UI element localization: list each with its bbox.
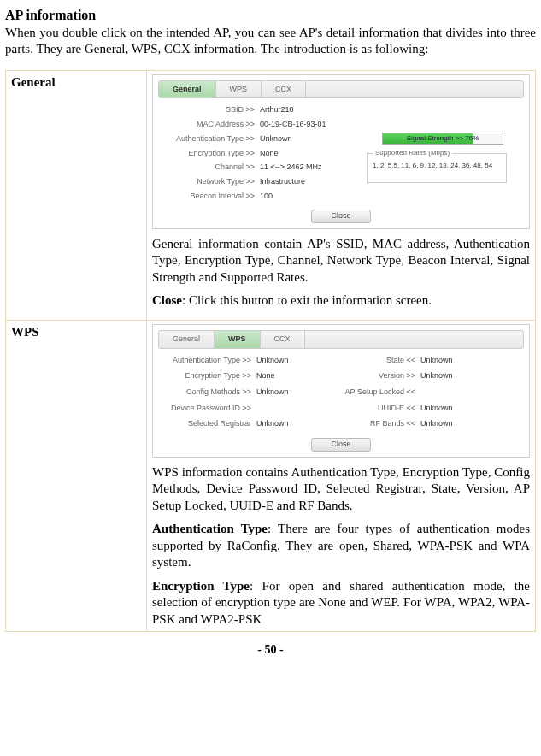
close-label-bold: Close <box>152 293 182 307</box>
field-value: 100 <box>260 192 371 202</box>
field-value: Unknown <box>420 356 472 366</box>
close-bar: Close <box>158 438 524 452</box>
rates-value: 1, 2, 5.5, 11, 6, 9, 12, 18, 24, 36, 48,… <box>373 162 492 169</box>
wps-enc-desc: Encryption Type: For open and shared aut… <box>152 578 530 629</box>
field-key: Beacon Interval >> <box>173 192 255 202</box>
field-key: Encryption Type >> <box>170 371 251 381</box>
signal-strength-bar: Signal Strength >> 76% <box>382 133 503 145</box>
wps-fields: Authentication Type >> Unknown State << … <box>170 356 512 429</box>
field-key: MAC Address >> <box>173 120 255 130</box>
general-desc: General information contain AP's SSID, M… <box>152 236 530 286</box>
signal-text: Signal Strength >> 76% <box>383 133 503 144</box>
field-value: None <box>256 371 316 381</box>
tab-ccx[interactable]: CCX <box>262 81 306 98</box>
field-key: RF Bands << <box>321 419 415 429</box>
tab-general[interactable]: General <box>159 81 216 98</box>
tab-general[interactable]: General <box>159 331 215 348</box>
tab-ccx[interactable]: CCX <box>261 331 305 348</box>
supported-rates-box: Supported Rates (Mbps) 1, 2, 5.5, 11, 6,… <box>367 153 507 183</box>
field-key: AP Setup Locked << <box>321 387 415 398</box>
field-key: State << <box>321 356 415 366</box>
field-key: Network Type >> <box>173 177 255 187</box>
field-key: Channel >> <box>173 162 255 173</box>
tab-row: General WPS CCX <box>158 330 524 349</box>
section-heading: AP information <box>5 7 536 25</box>
general-close-desc: Close: Click this button to exit the inf… <box>152 292 530 310</box>
general-body: SSID >> Arthur218 MAC Address >> 00-19-C… <box>158 105 524 223</box>
row-label-wps: WPS <box>6 320 147 631</box>
table-row: WPS General WPS CCX Authentication Type … <box>6 320 536 631</box>
field-key: Device Password ID >> <box>170 404 251 414</box>
field-value: Unknown <box>260 134 371 145</box>
field-key: Encryption Type >> <box>173 149 255 159</box>
field-key: Selected Registrar <box>170 419 251 429</box>
row-content-general: General WPS CCX SSID >> Arthur218 MAC Ad… <box>147 70 536 320</box>
rates-title: Supported Rates (Mbps) <box>373 149 452 157</box>
field-value: Unknown <box>420 419 472 429</box>
field-key: Config Methods >> <box>170 387 251 398</box>
tab-row: General WPS CCX <box>158 80 524 99</box>
intro-paragraph: When you double click on the intended AP… <box>5 25 536 58</box>
field-value: Unknown <box>420 371 472 381</box>
tab-wps[interactable]: WPS <box>215 331 261 348</box>
field-key: SSID >> <box>173 105 255 115</box>
field-value: Arthur218 <box>260 105 371 115</box>
field-value: Unknown <box>420 404 472 414</box>
close-button[interactable]: Close <box>311 438 370 452</box>
wps-screenshot: General WPS CCX Authentication Type >> U… <box>152 324 530 458</box>
page-number: - 50 - <box>5 642 536 658</box>
field-value: Unknown <box>256 356 316 366</box>
auth-type-bold: Authentication Type <box>152 522 268 535</box>
field-value <box>420 387 472 398</box>
field-key: Authentication Type >> <box>173 134 255 145</box>
field-value: 11 <--> 2462 MHz <box>260 162 371 173</box>
table-row: General General WPS CCX SSID >> Arthur21… <box>6 70 536 320</box>
wps-auth-desc: Authentication Type: There are four type… <box>152 521 530 571</box>
field-value: Infrastructure <box>260 177 371 187</box>
close-label-rest: : Click this button to exit the informat… <box>182 293 432 307</box>
row-label-general: General <box>6 70 147 320</box>
enc-type-bold: Encryption Type <box>152 579 250 593</box>
page-number-text: - 50 - <box>257 643 283 656</box>
general-screenshot: General WPS CCX SSID >> Arthur218 MAC Ad… <box>152 74 530 229</box>
field-value: None <box>260 149 371 159</box>
close-button[interactable]: Close <box>311 210 370 223</box>
field-key: UUID-E << <box>321 404 415 414</box>
field-key: Version >> <box>321 371 415 381</box>
field-value: 00-19-CB-16-93-01 <box>260 120 371 130</box>
wps-desc: WPS information contains Authentication … <box>152 464 530 515</box>
field-value <box>256 404 316 414</box>
field-value: Unknown <box>256 387 316 398</box>
field-key: Authentication Type >> <box>170 356 251 366</box>
close-bar: Close <box>158 210 524 223</box>
field-value: Unknown <box>256 419 316 429</box>
row-content-wps: General WPS CCX Authentication Type >> U… <box>147 320 536 631</box>
tab-wps[interactable]: WPS <box>216 81 262 98</box>
info-table: General General WPS CCX SSID >> Arthur21… <box>5 70 536 633</box>
